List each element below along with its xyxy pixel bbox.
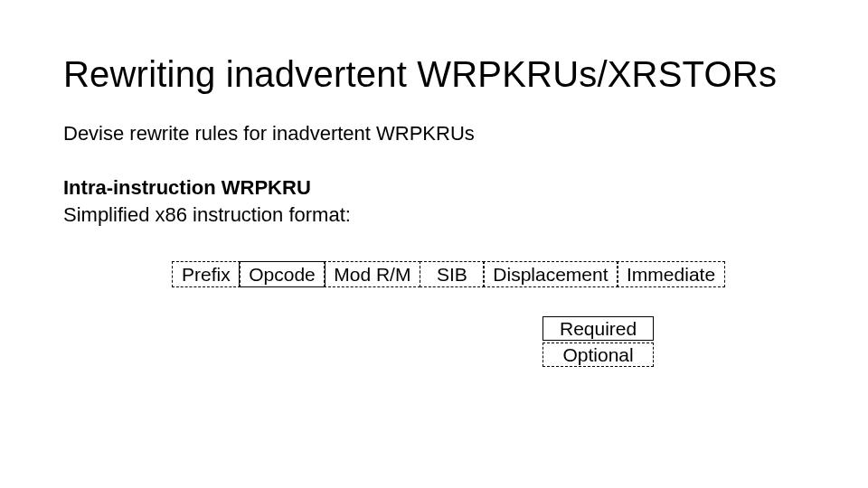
slide: Rewriting inadvertent WRPKRUs/XRSTORs De… [0, 0, 868, 488]
field-sib: SIB [420, 261, 485, 287]
format-caption: Simplified x86 instruction format: [63, 203, 805, 227]
field-modrm: Mod R/M [324, 261, 420, 287]
legend: Required Optional [542, 316, 654, 367]
field-displacement: Displacement [483, 261, 618, 287]
lead-text: Devise rewrite rules for inadvertent WRP… [63, 122, 805, 145]
legend-required: Required [542, 316, 654, 341]
field-opcode: Opcode [239, 261, 326, 287]
field-prefix: Prefix [172, 261, 241, 287]
instruction-format-row: Prefix Opcode Mod R/M SIB Displacement I… [172, 261, 805, 287]
subheading: Intra-instruction WRPKRU [63, 176, 805, 200]
slide-title: Rewriting inadvertent WRPKRUs/XRSTORs [63, 54, 805, 95]
field-immediate: Immediate [617, 261, 725, 287]
legend-optional: Optional [542, 343, 654, 367]
